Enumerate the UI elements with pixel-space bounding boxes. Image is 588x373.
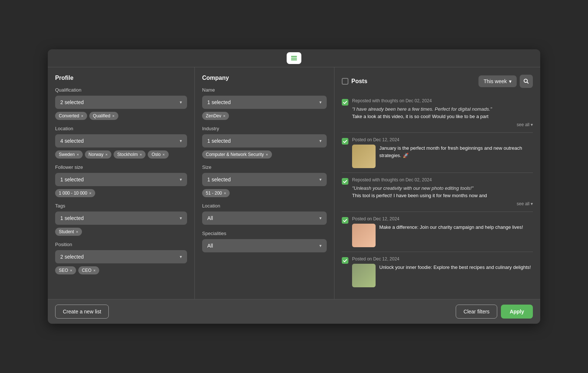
company-name-dropdown[interactable]: 1 selected ▾ bbox=[202, 96, 327, 109]
profile-header: Profile bbox=[55, 75, 187, 81]
remove-seo[interactable]: × bbox=[70, 268, 72, 273]
post-date: Reposted with thoughts on Dec 02, 2024 bbox=[352, 98, 533, 103]
position-dropdown[interactable]: 2 selected ▾ bbox=[55, 250, 187, 263]
post-thumbnail bbox=[352, 264, 376, 287]
size-section: Size 1 selected ▾ 51 - 200 × bbox=[202, 164, 327, 197]
location-tags: Sweden × Norway × Stockholm × Oslo × bbox=[55, 150, 187, 159]
tags-label: Tags bbox=[55, 203, 187, 209]
size-dropdown-wrapper: 1 selected ▾ bbox=[202, 173, 327, 186]
company-name-section: Name 1 selected ▾ ZenDev × bbox=[202, 87, 327, 120]
remove-converted[interactable]: × bbox=[81, 114, 83, 118]
chevron-down-icon: ▾ bbox=[180, 216, 182, 221]
company-location-dropdown-wrapper: All ▾ bbox=[202, 212, 327, 225]
posts-select-all-checkbox[interactable] bbox=[342, 78, 348, 85]
search-button[interactable] bbox=[520, 75, 533, 88]
company-title: Company bbox=[202, 75, 229, 81]
svg-rect-0 bbox=[291, 56, 297, 57]
follower-size-dropdown-wrapper: 1 selected ▾ bbox=[55, 173, 187, 186]
post-text: Unlock your inner foodie: Explore the be… bbox=[379, 264, 533, 287]
remove-oslo[interactable]: × bbox=[162, 152, 165, 157]
follower-size-dropdown[interactable]: 1 selected ▾ bbox=[55, 173, 187, 186]
follower-size-section: Follower size 1 selected ▾ 1 000 - 10 00… bbox=[55, 164, 187, 197]
clear-filters-button[interactable]: Clear filters bbox=[456, 305, 497, 319]
tags-dropdown-wrapper: 1 selected ▾ bbox=[55, 212, 187, 225]
tag-zendev: ZenDev × bbox=[202, 112, 229, 120]
tags-tags: Student × bbox=[55, 228, 187, 236]
specialities-section: Specialities All ▾ bbox=[202, 231, 327, 252]
post-text: Make a difference: Join our charity camp… bbox=[379, 224, 533, 247]
remove-computer-security[interactable]: × bbox=[266, 152, 268, 157]
post-date: Posted on Dec 12, 2024 bbox=[352, 216, 533, 221]
tags-dropdown[interactable]: 1 selected ▾ bbox=[55, 212, 187, 225]
specialities-dropdown[interactable]: All ▾ bbox=[202, 239, 327, 252]
qualification-label: Qualification bbox=[55, 87, 187, 93]
industry-dropdown-wrapper: 1 selected ▾ bbox=[202, 134, 327, 148]
position-label: Position bbox=[55, 242, 187, 247]
tag-seo: SEO × bbox=[55, 266, 76, 274]
see-all-button[interactable]: see all ▾ bbox=[352, 200, 533, 207]
week-dropdown[interactable]: This week ▾ bbox=[478, 75, 517, 87]
post-text: "I have already been here a few times. P… bbox=[352, 106, 533, 128]
remove-stockholm[interactable]: × bbox=[140, 152, 142, 157]
qualification-section: Qualification 2 selected ▾ Converted × Q… bbox=[55, 87, 187, 120]
chevron-down-icon: ▾ bbox=[319, 100, 322, 105]
remove-student[interactable]: × bbox=[76, 230, 78, 234]
specialities-dropdown-wrapper: All ▾ bbox=[202, 239, 327, 252]
posts-title-group: Posts bbox=[342, 78, 368, 85]
position-dropdown-wrapper: 2 selected ▾ bbox=[55, 250, 187, 263]
tag-51-200: 51 - 200 × bbox=[202, 189, 230, 197]
main-content: Profile Qualification 2 selected ▾ Conve… bbox=[48, 67, 540, 299]
company-location-dropdown[interactable]: All ▾ bbox=[202, 212, 327, 225]
company-location-section: Location All ▾ bbox=[202, 203, 327, 225]
post-checkbox[interactable] bbox=[342, 257, 348, 264]
post-checkbox[interactable] bbox=[342, 178, 348, 185]
remove-qualified[interactable]: × bbox=[112, 114, 114, 118]
remove-51-200[interactable]: × bbox=[224, 191, 226, 195]
svg-point-3 bbox=[524, 79, 527, 82]
post-item: Posted on Dec 12, 2024 Make a difference… bbox=[342, 212, 533, 252]
post-item: Posted on Dec 12, 2024 Unlock your inner… bbox=[342, 252, 533, 292]
tag-norway: Norway × bbox=[85, 150, 111, 159]
company-name-tags: ZenDev × bbox=[202, 112, 327, 120]
post-date: Posted on Dec 12, 2024 bbox=[352, 256, 533, 262]
location-section: Location 4 selected ▾ Sweden × Norway × … bbox=[55, 126, 187, 159]
position-section: Position 2 selected ▾ SEO × CEO × bbox=[55, 242, 187, 274]
post-item: Reposted with thoughts on Dec 02, 2024 "… bbox=[342, 173, 533, 212]
qualification-tags: Converted × Qualified × bbox=[55, 112, 187, 120]
follower-size-label: Follower size bbox=[55, 164, 187, 170]
industry-dropdown[interactable]: 1 selected ▾ bbox=[202, 134, 327, 148]
top-bar bbox=[48, 49, 540, 67]
remove-zendev[interactable]: × bbox=[223, 114, 225, 118]
apply-button[interactable]: Apply bbox=[501, 305, 533, 319]
tag-oslo: Oslo × bbox=[148, 150, 168, 159]
svg-rect-2 bbox=[291, 60, 297, 61]
svg-rect-1 bbox=[291, 58, 297, 59]
qualification-dropdown[interactable]: 2 selected ▾ bbox=[55, 96, 187, 109]
see-all-button[interactable]: see all ▾ bbox=[352, 121, 533, 128]
remove-1000-10000[interactable]: × bbox=[89, 191, 91, 195]
posts-column: Posts This week ▾ bbox=[334, 67, 540, 299]
chevron-down-icon: ▾ bbox=[180, 138, 182, 143]
posts-title: Posts bbox=[351, 78, 368, 85]
post-item: Reposted with thoughts on Dec 02, 2024 "… bbox=[342, 94, 533, 133]
company-header: Company bbox=[202, 75, 327, 81]
app-container: Profile Qualification 2 selected ▾ Conve… bbox=[48, 49, 540, 324]
post-checkbox[interactable] bbox=[342, 138, 348, 145]
location-dropdown[interactable]: 4 selected ▾ bbox=[55, 134, 187, 148]
remove-norway[interactable]: × bbox=[105, 152, 108, 157]
tag-sweden: Sweden × bbox=[55, 150, 83, 159]
remove-sweden[interactable]: × bbox=[76, 152, 79, 157]
post-text: January is the perfect month for fresh b… bbox=[379, 145, 533, 168]
menu-icon-button[interactable] bbox=[287, 52, 301, 64]
size-tags: 51 - 200 × bbox=[202, 189, 327, 197]
size-dropdown[interactable]: 1 selected ▾ bbox=[202, 173, 327, 186]
post-checkbox[interactable] bbox=[342, 217, 348, 224]
post-item: Posted on Dec 12, 2024 January is the pe… bbox=[342, 133, 533, 173]
chevron-down-icon: ▾ bbox=[180, 177, 182, 182]
create-new-list-button[interactable]: Create a new list bbox=[55, 305, 109, 319]
remove-ceo[interactable]: × bbox=[93, 268, 96, 273]
company-column: Company Name 1 selected ▾ ZenDev × Indus… bbox=[195, 67, 334, 299]
tag-computer-security: Computer & Network Security × bbox=[202, 150, 272, 159]
bottom-bar: Create a new list Clear filters Apply bbox=[48, 299, 540, 324]
post-checkbox[interactable] bbox=[342, 99, 348, 106]
